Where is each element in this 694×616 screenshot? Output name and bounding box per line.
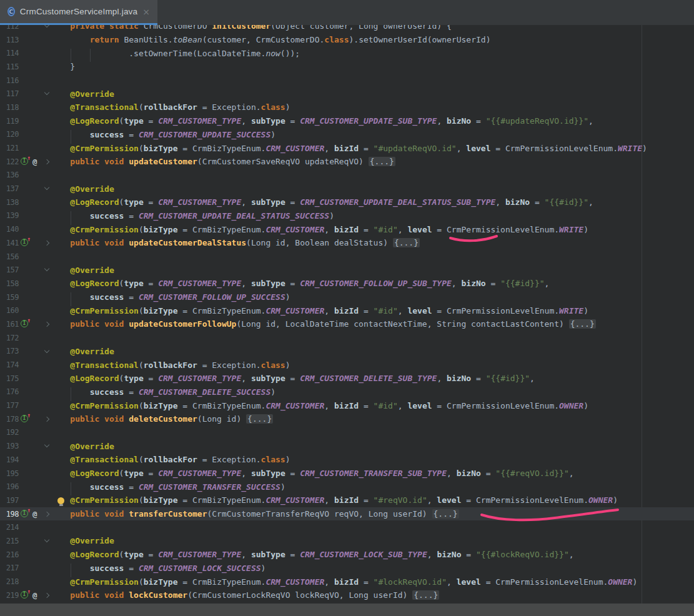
- code-line-text[interactable]: success = CRM_CUSTOMER_UPDATE_DEAL_STATU…: [51, 211, 694, 221]
- line-number[interactable]: 156: [0, 252, 19, 261]
- code-line-text[interactable]: success = CRM_CUSTOMER_DELETE_SUCCESS): [51, 387, 694, 397]
- line-number[interactable]: 177: [0, 401, 19, 410]
- code-line-row[interactable]: 113 return BeanUtils.toBean(customer, Cr…: [0, 33, 694, 47]
- code-line-text[interactable]: success = CRM_CUSTOMER_UPDATE_SUCCESS): [51, 130, 694, 139]
- code-line-text[interactable]: @LogRecord(type = CRM_CUSTOMER_TYPE, sub…: [51, 279, 694, 288]
- code-line-text[interactable]: .setOwnerTime(LocalDateTime.now());: [51, 49, 694, 58]
- fold-collapsed-chevron-icon[interactable]: [44, 512, 49, 517]
- code-line-row[interactable]: 160 @CrmPermission(bizType = CrmBizTypeE…: [0, 304, 694, 317]
- line-number[interactable]: 114: [0, 49, 19, 57]
- fold-open-chevron-icon[interactable]: [44, 266, 49, 271]
- code-line-text[interactable]: public void updateCustomerFollowUp(Long …: [51, 319, 694, 329]
- code-line-row[interactable]: 214: [0, 520, 694, 534]
- line-number[interactable]: 218: [0, 577, 19, 586]
- code-line-row[interactable]: 116: [0, 74, 694, 87]
- code-line-text[interactable]: @LogRecord(type = CRM_CUSTOMER_TYPE, sub…: [51, 469, 694, 478]
- line-number[interactable]: 139: [0, 211, 19, 220]
- line-number[interactable]: 198: [0, 510, 19, 519]
- code-line-text[interactable]: @Override: [51, 536, 694, 545]
- line-number[interactable]: 120: [0, 130, 19, 139]
- line-number[interactable]: 215: [0, 537, 19, 545]
- line-number[interactable]: 118: [0, 103, 19, 112]
- code-line-row[interactable]: 119 @LogRecord(type = CRM_CUSTOMER_TYPE,…: [0, 114, 694, 128]
- code-line-row[interactable]: 159 success = CRM_CUSTOMER_FOLLOW_UP_SUC…: [0, 291, 694, 304]
- line-number[interactable]: 175: [0, 374, 19, 383]
- code-line-text[interactable]: @Override: [51, 184, 694, 194]
- line-number[interactable]: 216: [0, 550, 19, 559]
- code-line-row[interactable]: 117 @Override: [0, 87, 694, 101]
- line-number[interactable]: 197: [0, 496, 19, 505]
- line-number[interactable]: 217: [0, 564, 19, 572]
- code-editor[interactable]: 112 private static CrmCustomerDO initCus…: [0, 0, 694, 616]
- code-line-text[interactable]: @CrmPermission(bizType = CrmBizTypeEnum.…: [51, 401, 694, 410]
- code-line-text[interactable]: @Transactional(rollbackFor = Exception.c…: [51, 102, 694, 112]
- code-line-text[interactable]: @CrmPermission(bizType = CrmBizTypeEnum.…: [51, 495, 694, 505]
- code-line-row[interactable]: 136: [0, 169, 694, 182]
- code-line-text[interactable]: @LogRecord(type = CRM_CUSTOMER_TYPE, sub…: [51, 116, 694, 126]
- code-line-text[interactable]: @LogRecord(type = CRM_CUSTOMER_TYPE, sub…: [51, 197, 694, 207]
- line-number[interactable]: 115: [0, 62, 19, 71]
- line-number[interactable]: 161: [0, 320, 19, 329]
- code-line-row[interactable]: 161I↑ public void updateCustomerFollowUp…: [0, 317, 694, 331]
- code-line-text[interactable]: return BeanUtils.toBean(customer, CrmCus…: [51, 35, 694, 44]
- code-line-row[interactable]: 121 @CrmPermission(bizType = CrmBizTypeE…: [0, 141, 694, 155]
- code-line-text[interactable]: @Override: [51, 442, 694, 451]
- code-line-row[interactable]: 193 @Override: [0, 439, 694, 453]
- line-number[interactable]: 136: [0, 171, 19, 179]
- code-line-row[interactable]: 137 @Override: [0, 182, 694, 196]
- code-line-text[interactable]: }: [51, 62, 694, 71]
- code-line-row[interactable]: 174 @Transactional(rollbackFor = Excepti…: [0, 358, 694, 372]
- fold-collapsed-chevron-icon[interactable]: [44, 593, 49, 598]
- line-number[interactable]: 116: [0, 76, 19, 85]
- horizontal-scrollbar[interactable]: [0, 604, 694, 616]
- line-number[interactable]: 121: [0, 144, 19, 152]
- line-number[interactable]: 192: [0, 428, 19, 437]
- code-line-text[interactable]: @CrmPermission(bizType = CrmBizTypeEnum.…: [51, 577, 694, 587]
- line-number[interactable]: 113: [0, 36, 19, 44]
- code-line-text[interactable]: @LogRecord(type = CRM_CUSTOMER_TYPE, sub…: [51, 374, 694, 383]
- code-line-text[interactable]: @Transactional(rollbackFor = Exception.c…: [51, 455, 694, 464]
- line-number[interactable]: 140: [0, 225, 19, 234]
- code-line-row[interactable]: 215 @Override: [0, 534, 694, 548]
- code-line-text[interactable]: @Override: [51, 89, 694, 99]
- line-number[interactable]: 194: [0, 455, 19, 464]
- line-number[interactable]: 117: [0, 89, 19, 98]
- code-line-row[interactable]: 157 @Override: [0, 263, 694, 277]
- annotated-method-icon[interactable]: @: [32, 509, 37, 519]
- code-line-text[interactable]: @CrmPermission(bizType = CrmBizTypeEnum.…: [51, 144, 694, 153]
- code-line-text[interactable]: @Transactional(rollbackFor = Exception.c…: [51, 360, 694, 370]
- line-number[interactable]: 219: [0, 591, 19, 600]
- fold-collapsed-chevron-icon[interactable]: [44, 417, 49, 422]
- code-line-row[interactable]: 115 }: [0, 60, 694, 74]
- code-line-row[interactable]: 216 @LogRecord(type = CRM_CUSTOMER_TYPE,…: [0, 548, 694, 562]
- code-line-row[interactable]: 175 @LogRecord(type = CRM_CUSTOMER_TYPE,…: [0, 372, 694, 385]
- line-number[interactable]: 173: [0, 347, 19, 355]
- code-line-text[interactable]: success = CRM_CUSTOMER_TRANSFER_SUCCESS): [51, 482, 694, 492]
- line-number[interactable]: 159: [0, 293, 19, 302]
- code-line-row[interactable]: 118 @Transactional(rollbackFor = Excepti…: [0, 101, 694, 114]
- fold-open-chevron-icon[interactable]: [44, 347, 49, 352]
- line-number[interactable]: 157: [0, 266, 19, 274]
- line-number[interactable]: 172: [0, 334, 19, 342]
- fold-collapsed-chevron-icon[interactable]: [44, 159, 49, 164]
- line-number[interactable]: 196: [0, 482, 19, 491]
- code-line-row[interactable]: 177 @CrmPermission(bizType = CrmBizTypeE…: [0, 399, 694, 412]
- code-line-row[interactable]: 120 success = CRM_CUSTOMER_UPDATE_SUCCES…: [0, 128, 694, 142]
- code-line-text[interactable]: @Override: [51, 266, 694, 275]
- code-line-row[interactable]: 217 success = CRM_CUSTOMER_LOCK_SUCCESS): [0, 562, 694, 575]
- line-number[interactable]: 122: [0, 157, 19, 166]
- code-line-row[interactable]: 140 @CrmPermission(bizType = CrmBizTypeE…: [0, 222, 694, 236]
- fold-open-chevron-icon[interactable]: [44, 537, 49, 542]
- code-line-row[interactable]: 198I↑@ public void transferCustomer(CrmC…: [0, 507, 694, 521]
- code-line-row[interactable]: 141I↑ public void updateCustomerDealStat…: [0, 236, 694, 250]
- code-line-row[interactable]: 176 success = CRM_CUSTOMER_DELETE_SUCCES…: [0, 385, 694, 399]
- annotated-method-icon[interactable]: @: [32, 590, 37, 600]
- line-number[interactable]: 193: [0, 442, 19, 450]
- code-line-text[interactable]: public void deleteCustomer(Long id) {...…: [51, 414, 694, 424]
- line-number[interactable]: 195: [0, 469, 19, 478]
- code-line-row[interactable]: 173 @Override: [0, 345, 694, 359]
- fold-open-chevron-icon[interactable]: [44, 90, 49, 95]
- fold-open-chevron-icon[interactable]: [44, 185, 49, 190]
- line-number[interactable]: 174: [0, 360, 19, 369]
- tab-crmcustomerserviceimpl[interactable]: C CrmCustomerServiceImpl.java ×: [0, 0, 157, 25]
